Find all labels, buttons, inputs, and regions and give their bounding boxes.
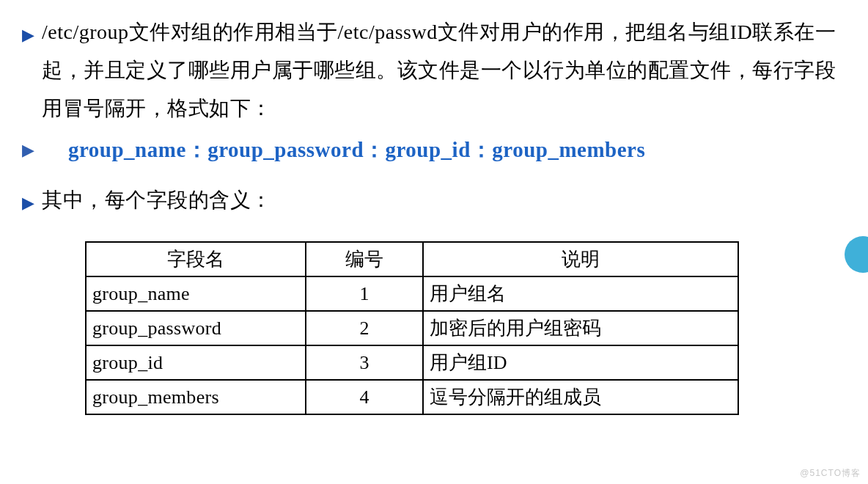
cell-desc: 加密后的用户组密码	[423, 311, 738, 345]
cell-number: 1	[306, 276, 423, 311]
cell-field: group_id	[86, 345, 306, 380]
table-row: group_password 2 加密后的用户组密码	[86, 311, 738, 345]
cell-number: 3	[306, 345, 423, 380]
fields-table-wrap: 字段名 编号 说明 group_name 1 用户组名 group_passwo…	[85, 241, 846, 415]
cell-field: group_name	[86, 276, 306, 311]
header-number: 编号	[306, 242, 423, 276]
cell-desc: 逗号分隔开的组成员	[423, 380, 738, 414]
cell-field: group_members	[86, 380, 306, 414]
watermark: @51CTO博客	[800, 467, 861, 480]
bullet-icon: ▶	[22, 141, 34, 160]
cell-field: group_password	[86, 311, 306, 345]
paragraph-2-text: 其中，每个字段的含义：	[42, 181, 846, 219]
bullet-icon: ▶	[22, 188, 34, 219]
cell-desc: 用户组ID	[423, 345, 738, 380]
table-row: group_name 1 用户组名	[86, 276, 738, 311]
slide-content: ▶ /etc/group文件对组的作用相当于/etc/passwd文件对用户的作…	[0, 0, 868, 415]
format-line: ▶ group_name：group_password：group_id：gro…	[22, 136, 846, 165]
cell-desc: 用户组名	[423, 276, 738, 311]
table-row: group_members 4 逗号分隔开的组成员	[86, 380, 738, 414]
table-row: group_id 3 用户组ID	[86, 345, 738, 380]
fields-table: 字段名 编号 说明 group_name 1 用户组名 group_passwo…	[85, 241, 739, 415]
paragraph-1: ▶ /etc/group文件对组的作用相当于/etc/passwd文件对用户的作…	[22, 13, 846, 127]
bullet-icon: ▶	[22, 21, 34, 51]
cell-number: 2	[306, 311, 423, 345]
paragraph-1-text: /etc/group文件对组的作用相当于/etc/passwd文件对用户的作用，…	[42, 13, 846, 127]
header-field: 字段名	[86, 242, 306, 276]
format-text: group_name：group_password：group_id：group…	[68, 136, 645, 165]
paragraph-2: ▶ 其中，每个字段的含义：	[22, 181, 846, 219]
table-header-row: 字段名 编号 说明	[86, 242, 738, 276]
cell-number: 4	[306, 380, 423, 414]
header-desc: 说明	[423, 242, 738, 276]
